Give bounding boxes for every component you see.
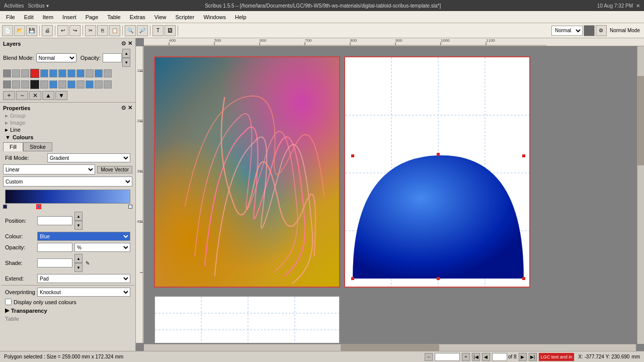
- next-page-btn[interactable]: ▶: [519, 353, 527, 361]
- layer-icon-sm3[interactable]: [58, 69, 66, 77]
- zoom-out-btn[interactable]: 🔎: [137, 25, 148, 36]
- image-collapse-icon[interactable]: ▶: [5, 121, 8, 125]
- layer2-icon1[interactable]: [40, 80, 48, 88]
- new-btn[interactable]: 📄: [2, 25, 13, 36]
- gradient-bar[interactable]: [5, 190, 130, 204]
- line-collapse-icon[interactable]: ▶: [5, 128, 8, 132]
- transparency-collapse-icon[interactable]: ▶: [5, 307, 9, 314]
- text-tool[interactable]: T: [152, 25, 164, 36]
- layer2-icon4[interactable]: [67, 80, 75, 88]
- shade-edit-icon[interactable]: ✎: [85, 260, 91, 266]
- layer-icon-sm1[interactable]: [40, 69, 48, 77]
- layer-delete-btn[interactable]: ✕: [29, 91, 41, 100]
- display-used-colours-checkbox[interactable]: [5, 299, 12, 305]
- canvas-area[interactable]: 400 500 600 700 800 900 1000 1100: [136, 38, 644, 351]
- menu-view[interactable]: View: [150, 13, 171, 21]
- position-up[interactable]: ▲: [74, 212, 83, 221]
- copy-btn[interactable]: ⎘: [97, 25, 108, 36]
- layer2-icon8[interactable]: [104, 80, 112, 88]
- layer2-icon2[interactable]: [49, 80, 57, 88]
- activities-label[interactable]: Activities: [4, 3, 24, 9]
- shade-input[interactable]: 100 %: [37, 258, 72, 267]
- opacity-detail-input[interactable]: 100 %: [37, 243, 72, 252]
- group-collapse-icon[interactable]: ▶: [5, 114, 8, 118]
- props-config-icon[interactable]: ⊙: [121, 105, 126, 111]
- last-page-btn[interactable]: ▶|: [529, 353, 537, 361]
- save-btn[interactable]: 💾: [26, 25, 37, 36]
- colour-select[interactable]: Blue Red Green Black White: [37, 232, 130, 241]
- layer-icon-sm7[interactable]: [95, 69, 103, 77]
- shade-up[interactable]: ▲: [74, 254, 83, 263]
- layer2-icon5[interactable]: [76, 80, 85, 88]
- layer2-icon3[interactable]: [58, 80, 66, 88]
- paste-btn[interactable]: 📋: [109, 25, 120, 36]
- print-btn[interactable]: 🖨: [42, 25, 53, 36]
- menu-extras[interactable]: Extras: [126, 13, 149, 21]
- layer2-icon7[interactable]: [95, 80, 103, 88]
- extend-select[interactable]: Pad Repeat Reflect: [37, 274, 130, 283]
- menu-scripter[interactable]: Scripter: [171, 13, 198, 21]
- gradient-handle-mid[interactable]: [37, 205, 41, 209]
- menu-file[interactable]: File: [2, 13, 19, 21]
- layer-icon-sm5[interactable]: [76, 69, 85, 77]
- menu-windows[interactable]: Windows: [199, 13, 230, 21]
- layer-icon2-flow[interactable]: [21, 80, 29, 88]
- props-close-icon[interactable]: ✕: [128, 105, 132, 111]
- overprinting-select[interactable]: Knockout Overprint: [37, 288, 130, 297]
- close-btn[interactable]: ✕: [636, 3, 640, 9]
- layer-icon-lock1[interactable]: [12, 69, 20, 77]
- menu-item[interactable]: Item: [39, 13, 57, 21]
- opacity-down[interactable]: ▼: [122, 58, 130, 67]
- cut-btn[interactable]: ✂: [85, 25, 96, 36]
- layer-icon-flow1[interactable]: [21, 69, 29, 77]
- layer-color-red[interactable]: [30, 69, 39, 78]
- position-input[interactable]: 27 %: [37, 216, 72, 225]
- menu-table[interactable]: Table: [103, 13, 124, 21]
- menu-page[interactable]: Page: [82, 13, 103, 21]
- menu-help[interactable]: Help: [231, 13, 251, 21]
- canvas-hscroll[interactable]: [144, 344, 636, 351]
- gradient-handle-left[interactable]: [3, 205, 7, 209]
- open-btn[interactable]: 📂: [14, 25, 25, 36]
- layer-icon-sm6[interactable]: [86, 69, 94, 77]
- zoom-in-btn[interactable]: 🔍: [125, 25, 136, 36]
- gradient-preset-select[interactable]: Custom Black to White Blue to Transparen…: [3, 176, 132, 187]
- layer-icon-sm2[interactable]: [49, 69, 57, 77]
- fill-mode-select[interactable]: Gradient None Solid Pattern: [47, 153, 130, 162]
- stroke-tab[interactable]: Stroke: [23, 142, 52, 151]
- layer-color-black[interactable]: [30, 80, 39, 89]
- layer-icon-sm8[interactable]: [104, 69, 112, 77]
- gradient-handle-right[interactable]: [128, 205, 132, 209]
- opacity-up[interactable]: ▲: [122, 49, 130, 58]
- menu-insert[interactable]: Insert: [58, 13, 80, 21]
- redo-btn[interactable]: ↪: [69, 25, 80, 36]
- canvas-vscroll[interactable]: [637, 46, 644, 344]
- layer-badge[interactable]: LGC text and in: [539, 353, 575, 361]
- menu-edit[interactable]: Edit: [20, 13, 38, 21]
- page-content[interactable]: [144, 46, 636, 343]
- gradient-type-select[interactable]: Linear Radial Conical Diamond: [3, 164, 95, 174]
- color-btn[interactable]: [584, 25, 595, 36]
- settings-btn[interactable]: ⚙: [596, 25, 607, 36]
- prev-page-btn[interactable]: ◀: [482, 353, 490, 361]
- fill-tab[interactable]: Fill: [3, 142, 23, 151]
- zoom-input[interactable]: 50.00 %: [435, 353, 460, 361]
- undo-btn[interactable]: ↩: [57, 25, 68, 36]
- colours-collapse-icon[interactable]: ▼: [5, 134, 11, 140]
- opacity-detail-select[interactable]: %: [74, 243, 130, 252]
- mode-select[interactable]: Normal Preview: [551, 26, 583, 36]
- move-vector-btn[interactable]: Move Vector: [97, 166, 132, 173]
- layers-config-icon[interactable]: ⊙: [121, 40, 126, 47]
- app-indicator[interactable]: Scribus ▾: [28, 3, 48, 9]
- layer-up-btn[interactable]: ▲: [42, 91, 54, 100]
- layer-remove-btn[interactable]: −: [16, 91, 28, 100]
- layer2-icon6[interactable]: [86, 80, 94, 88]
- layer-icon-sm4[interactable]: [67, 69, 75, 77]
- opacity-input[interactable]: 100 %: [103, 53, 122, 62]
- first-page-btn[interactable]: |◀: [472, 353, 480, 361]
- layer-down-btn[interactable]: ▼: [55, 91, 67, 100]
- page-current-input[interactable]: 7: [492, 353, 507, 361]
- zoom-out-status-btn[interactable]: −: [425, 353, 433, 361]
- layer-icon-eye1[interactable]: [3, 69, 11, 77]
- zoom-in-status-btn[interactable]: +: [462, 353, 470, 361]
